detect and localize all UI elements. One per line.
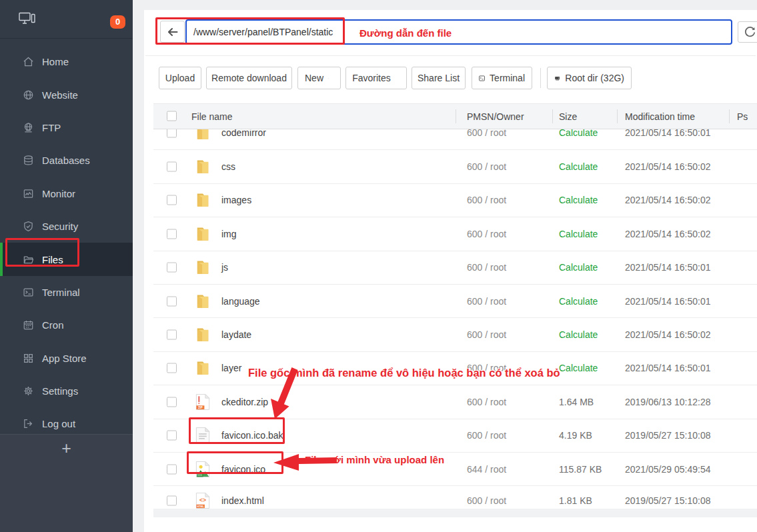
sidebar-item-databases[interactable]: Databases <box>0 144 133 177</box>
sidebar-item-label: Monitor <box>42 188 75 199</box>
sidebar-header: 0 <box>0 0 133 39</box>
sidebar-item-ftp[interactable]: FTP <box>0 111 133 144</box>
sidebar-item-files[interactable]: Files <box>0 243 133 275</box>
row-checkbox[interactable] <box>167 296 177 306</box>
new-label: New <box>305 73 323 83</box>
upload-button[interactable]: Upload <box>159 67 201 89</box>
terminal-button[interactable]: Terminal <box>472 67 532 89</box>
sidebar-item-website[interactable]: Website <box>0 78 133 111</box>
calculate-size-link[interactable]: Calculate <box>559 296 598 307</box>
file-owner: 644 / root <box>467 464 506 475</box>
file-name[interactable]: laydate <box>221 329 251 340</box>
new-dropdown-button[interactable]: New <box>297 67 341 89</box>
file-mtime: 2019/05/27 15:10:08 <box>625 430 710 441</box>
sidebar-item-label: Files <box>42 254 63 265</box>
terminal-icon <box>23 287 34 298</box>
file-mtime: 2021/05/14 16:50:01 <box>625 296 710 307</box>
file-mtime: 2021/05/14 16:50:02 <box>625 195 710 205</box>
calendar-icon <box>23 319 34 331</box>
open-folder-icon <box>23 254 34 265</box>
favorites-label: Favorites <box>352 73 391 83</box>
file-mtime: 2021/05/29 05:49:54 <box>625 464 710 475</box>
column-pmsn-owner[interactable]: PMSN/Owner <box>467 111 524 122</box>
root-dir-button[interactable]: Root dir (32G) <box>547 67 632 89</box>
row-checkbox[interactable] <box>167 195 177 205</box>
sidebar-add-button[interactable]: + <box>0 434 133 532</box>
path-input[interactable] <box>185 19 732 45</box>
row-checkbox[interactable] <box>167 464 177 474</box>
file-name[interactable]: img <box>221 229 237 239</box>
sidebar-item-app-store[interactable]: App Store <box>0 342 133 375</box>
file-name[interactable]: codemirror <box>221 128 266 138</box>
sidebar-item-terminal[interactable]: Terminal <box>0 276 133 309</box>
sidebar-item-label: Cron <box>42 319 64 331</box>
header-separator <box>617 109 618 123</box>
calculate-size-link[interactable]: Calculate <box>559 161 598 172</box>
column-ps[interactable]: Ps <box>737 111 748 122</box>
calculate-size-link[interactable]: Calculate <box>559 128 598 138</box>
file-name[interactable]: favicon.ico <box>221 464 265 475</box>
row-checkbox[interactable] <box>167 431 177 441</box>
sidebar-item-monitor[interactable]: Monitor <box>0 177 133 210</box>
file-mtime: 2021/05/14 16:50:01 <box>625 128 710 138</box>
row-checkbox[interactable] <box>167 363 177 373</box>
file-mtime: 2021/05/14 16:50:02 <box>625 329 710 340</box>
sidebar-item-security[interactable]: Security <box>0 210 133 243</box>
calculate-size-link[interactable]: Calculate <box>559 262 598 273</box>
row-checkbox[interactable] <box>167 128 177 138</box>
column-modification-time[interactable]: Modification time <box>625 111 695 122</box>
folder-icon <box>195 192 210 209</box>
row-checkbox[interactable] <box>167 397 177 407</box>
image-file-icon <box>195 461 210 477</box>
file-name[interactable]: css <box>221 161 235 172</box>
zip-file-icon <box>195 393 210 410</box>
row-checkbox[interactable] <box>167 263 177 273</box>
sidebar-item-settings[interactable]: Settings <box>0 375 133 407</box>
calculate-size-link[interactable]: Calculate <box>559 329 598 340</box>
refresh-button[interactable] <box>738 21 757 43</box>
favorites-dropdown-button[interactable]: Favorites <box>345 67 407 89</box>
monitor-chart-icon <box>23 188 34 199</box>
folder-icon <box>195 259 210 276</box>
column-size[interactable]: Size <box>559 111 577 122</box>
file-name[interactable]: layer <box>221 363 241 373</box>
sidebar-item-cron[interactable]: Cron <box>0 309 133 341</box>
row-checkbox[interactable] <box>167 162 177 172</box>
grid-icon <box>23 353 34 364</box>
arrow-left-icon <box>167 26 179 38</box>
sidebar-item-label: Settings <box>42 385 78 397</box>
header-separator <box>729 109 730 123</box>
file-owner: 600 / root <box>467 296 506 307</box>
file-name[interactable]: language <box>221 296 260 307</box>
folder-icon <box>195 293 210 309</box>
share-list-button[interactable]: Share List <box>412 67 466 89</box>
file-owner: 600 / root <box>467 161 506 172</box>
file-name[interactable]: js <box>221 262 228 273</box>
calculate-size-link[interactable]: Calculate <box>559 363 598 373</box>
file-name[interactable]: ckeditor.zip <box>221 397 268 407</box>
file-owner: 600 / root <box>467 229 506 239</box>
calculate-size-link[interactable]: Calculate <box>559 229 598 239</box>
file-name[interactable]: index.html <box>221 495 264 506</box>
back-button[interactable] <box>160 21 185 43</box>
row-checkbox[interactable] <box>167 496 177 506</box>
header-separator <box>552 109 553 123</box>
document-file-icon <box>195 427 210 444</box>
folder-icon <box>195 225 210 242</box>
table-row: img 600 / root Calculate 2021/05/14 16:5… <box>153 217 757 251</box>
row-checkbox[interactable] <box>167 330 177 340</box>
remote-download-button[interactable]: Remote download <box>206 67 292 89</box>
column-file-name[interactable]: File name <box>191 111 232 122</box>
select-all-checkbox[interactable] <box>167 111 177 121</box>
row-checkbox[interactable] <box>167 229 177 239</box>
logout-icon <box>23 418 34 429</box>
file-name[interactable]: favicon.ico.bak <box>221 430 283 441</box>
sidebar-nav: Home Website FTP Databases Monitor Secur… <box>0 45 133 441</box>
file-owner: 600 / root <box>467 195 506 205</box>
calculate-size-link[interactable]: Calculate <box>559 195 598 205</box>
sidebar-item-home[interactable]: Home <box>0 45 133 78</box>
gear-icon <box>23 385 34 397</box>
file-owner: 600 / root <box>467 430 506 441</box>
home-icon <box>23 56 34 67</box>
file-name[interactable]: images <box>221 195 251 205</box>
